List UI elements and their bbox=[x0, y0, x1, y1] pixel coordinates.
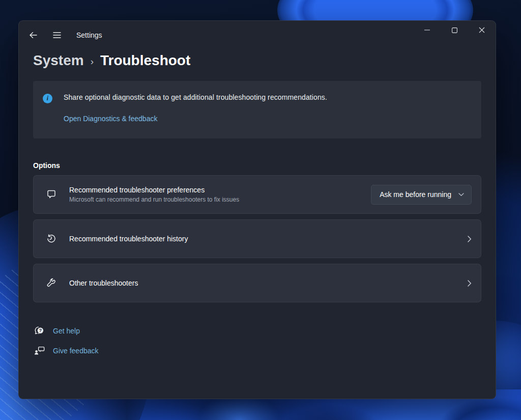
back-icon bbox=[29, 31, 38, 39]
give-feedback-link[interactable]: Give feedback bbox=[34, 345, 99, 357]
card-title: Recommended troubleshooter preferences bbox=[69, 186, 371, 194]
get-help-link[interactable]: ? Get help bbox=[34, 325, 80, 337]
close-button[interactable] bbox=[468, 21, 496, 39]
svg-text:?: ? bbox=[39, 327, 42, 333]
info-icon: i bbox=[43, 94, 52, 103]
card-troubleshooter-preferences: Recommended troubleshooter preferences M… bbox=[33, 175, 481, 214]
troubleshooter-preference-dropdown[interactable]: Ask me before running bbox=[371, 185, 472, 205]
options-heading: Options bbox=[33, 161, 481, 170]
give-feedback-label: Give feedback bbox=[53, 347, 99, 355]
page-title: Troubleshoot bbox=[100, 52, 190, 69]
hamburger-icon bbox=[53, 32, 61, 39]
chevron-down-icon bbox=[458, 193, 464, 197]
chat-bubble-icon bbox=[46, 189, 56, 200]
breadcrumb-separator-icon: › bbox=[91, 56, 94, 67]
card-description: Microsoft can recommend and run troubles… bbox=[69, 196, 371, 203]
desktop: Settings bbox=[0, 0, 521, 420]
close-icon bbox=[479, 27, 485, 33]
settings-window: Settings bbox=[18, 20, 496, 399]
get-help-icon: ? bbox=[34, 326, 45, 336]
maximize-icon bbox=[452, 27, 457, 33]
minimize-button[interactable] bbox=[413, 21, 441, 39]
card-troubleshooter-history[interactable]: Recommended troubleshooter history bbox=[33, 219, 481, 258]
get-help-label: Get help bbox=[53, 327, 80, 335]
titlebar: Settings bbox=[19, 21, 496, 49]
banner-message: Share optional diagnostic data to get ad… bbox=[64, 93, 327, 101]
minimize-icon bbox=[424, 30, 430, 31]
breadcrumb-system[interactable]: System bbox=[33, 52, 84, 69]
page-content: System › Troubleshoot i Share optional d… bbox=[19, 50, 496, 357]
open-diagnostics-feedback-link[interactable]: Open Diagnostics & feedback bbox=[64, 115, 157, 123]
footer-links: ? Get help bbox=[33, 325, 481, 357]
chevron-right-icon bbox=[468, 280, 472, 287]
back-button[interactable] bbox=[24, 26, 42, 44]
card-title: Recommended troubleshooter history bbox=[69, 235, 468, 243]
navigation-menu-button[interactable] bbox=[48, 26, 66, 44]
card-other-troubleshooters[interactable]: Other troubleshooters bbox=[33, 264, 481, 302]
breadcrumb: System › Troubleshoot bbox=[33, 50, 481, 71]
wrench-icon bbox=[46, 278, 56, 288]
app-title: Settings bbox=[76, 31, 102, 39]
diagnostic-info-banner: i Share optional diagnostic data to get … bbox=[33, 81, 481, 138]
give-feedback-icon bbox=[34, 346, 45, 356]
dropdown-value: Ask me before running bbox=[380, 190, 451, 199]
maximize-button[interactable] bbox=[441, 21, 468, 39]
card-title: Other troubleshooters bbox=[69, 279, 468, 287]
chevron-right-icon bbox=[468, 236, 472, 242]
window-controls bbox=[413, 21, 496, 39]
history-icon bbox=[46, 234, 56, 244]
